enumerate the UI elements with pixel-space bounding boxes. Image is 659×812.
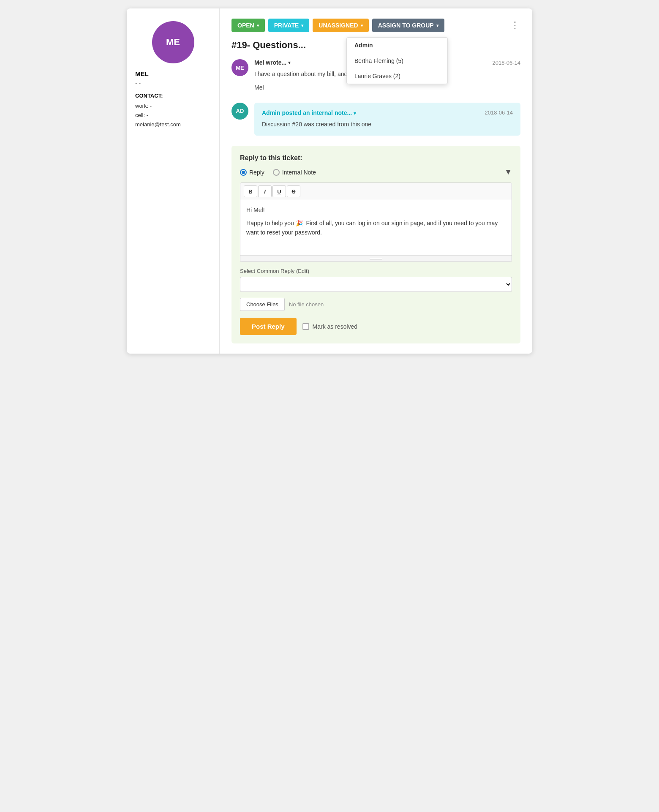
toolbar: OPEN ▾ PRIVATE ▾ UNASSIGNED ▾ ASSIGN TO … [231, 19, 520, 32]
mel-date: 2018-06-14 [493, 60, 521, 66]
editor-line2: Happy to help you 🎉 First of all, you ca… [246, 218, 506, 237]
more-options-icon[interactable]: ⋮ [510, 20, 520, 31]
assign-dropdown: Admin Bertha Fleming (5) Laurie Graves (… [346, 37, 448, 84]
editor-resize-handle[interactable] [240, 255, 512, 262]
common-reply-edit: (Edit) [296, 268, 309, 274]
note-tab-label: Internal Note [282, 169, 316, 176]
internal-note-block: Admin posted an internal note... ▾ 2018-… [254, 103, 520, 136]
main-content: OPEN ▾ PRIVATE ▾ UNASSIGNED ▾ ASSIGN TO … [220, 8, 532, 354]
internal-note-tab[interactable]: Internal Note [273, 169, 316, 176]
sidebar-dash: - - [135, 80, 141, 87]
italic-button[interactable]: I [258, 185, 272, 197]
editor-toolbar: B I U S [240, 183, 512, 200]
assign-group-button[interactable]: ASSIGN TO GROUP ▾ [372, 19, 444, 32]
dropdown-item-bertha[interactable]: Bertha Fleming (5) [347, 53, 447, 68]
reply-section: Reply to this ticket: Reply Internal Not… [231, 146, 520, 343]
message-block-admin: AD Admin posted an internal note... ▾ 20… [231, 103, 520, 136]
resize-lines [370, 257, 382, 260]
post-row: Post Reply Mark as resolved [240, 318, 512, 335]
choose-files-button[interactable]: Choose Files [240, 298, 285, 311]
mel-author: Mel wrote... ▾ [254, 59, 291, 66]
contact-cell: cell: - [135, 111, 181, 120]
avatar: ME [152, 21, 194, 63]
collapse-icon[interactable]: ▼ [504, 168, 512, 177]
reply-tab[interactable]: Reply [240, 169, 264, 176]
private-caret-icon: ▾ [301, 23, 303, 28]
reply-title: Reply to this ticket: [240, 154, 512, 162]
resize-line-2 [370, 259, 382, 259]
mel-signature: Mel [254, 83, 520, 92]
editor-line1: Hi Mel! [246, 205, 506, 215]
admin-message-body: Admin posted an internal note... ▾ 2018-… [254, 103, 520, 136]
editor-container: B I U S Hi Mel! Happy to help you 🎉 Firs… [240, 183, 512, 262]
unassigned-caret-icon: ▾ [361, 23, 363, 28]
unassigned-button[interactable]: UNASSIGNED ▾ [313, 19, 368, 32]
common-reply-label: Select Common Reply (Edit) [240, 268, 512, 274]
editor-content[interactable]: Hi Mel! Happy to help you 🎉 First of all… [240, 200, 512, 255]
reply-radio[interactable] [240, 169, 247, 176]
reply-tab-label: Reply [249, 169, 264, 176]
admin-author: Admin posted an internal note... ▾ [262, 109, 356, 116]
bold-button[interactable]: B [244, 185, 257, 197]
contact-email: melanie@test.com [135, 120, 181, 129]
file-row: Choose Files No file chosen [240, 298, 512, 311]
mel-avatar: ME [231, 59, 248, 76]
contact-work: work: - [135, 101, 181, 111]
sidebar: ME MEL - - CONTACT: work: - cell: - mela… [127, 8, 220, 354]
sidebar-contact-info: work: - cell: - melanie@test.com [135, 101, 181, 129]
common-reply-select[interactable] [240, 277, 512, 292]
underline-button[interactable]: U [272, 185, 286, 197]
sidebar-name: MEL [135, 70, 149, 77]
admin-date: 2018-06-14 [485, 109, 513, 116]
admin-message-header: Admin posted an internal note... ▾ 2018-… [262, 109, 513, 116]
mel-caret-icon: ▾ [288, 60, 291, 65]
mark-resolved-label: Mark as resolved [313, 323, 358, 330]
reply-tabs: Reply Internal Note ▼ [240, 168, 512, 177]
no-file-text: No file chosen [289, 301, 324, 308]
group-caret-icon: ▾ [436, 23, 438, 28]
sidebar-contact-label: CONTACT: [135, 93, 163, 99]
dropdown-item-admin[interactable]: Admin [347, 38, 447, 53]
open-button[interactable]: OPEN ▾ [231, 19, 265, 32]
admin-message-text: Discussion #20 was created from this one [262, 120, 513, 129]
private-button[interactable]: PRIVATE ▾ [268, 19, 310, 32]
page-container: ME MEL - - CONTACT: work: - cell: - mela… [127, 8, 532, 354]
admin-avatar: AD [231, 103, 248, 120]
open-caret-icon: ▾ [257, 23, 259, 28]
mark-resolved-row: Mark as resolved [302, 323, 358, 330]
mark-resolved-checkbox[interactable] [302, 323, 309, 330]
post-reply-button[interactable]: Post Reply [240, 318, 297, 335]
strikethrough-button[interactable]: S [287, 185, 300, 197]
dropdown-item-laurie[interactable]: Laurie Graves (2) [347, 68, 447, 84]
admin-caret-icon: ▾ [354, 111, 356, 116]
resize-line-1 [370, 258, 382, 258]
note-radio[interactable] [273, 169, 280, 176]
